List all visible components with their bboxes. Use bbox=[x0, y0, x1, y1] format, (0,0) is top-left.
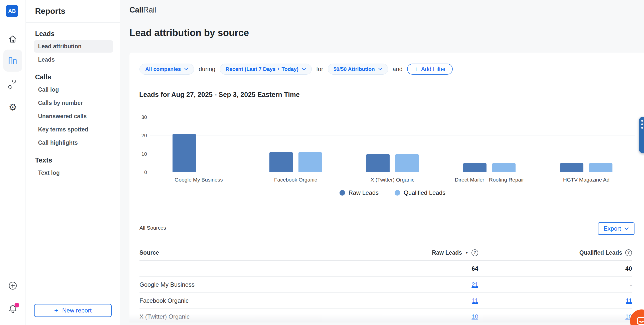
bar-group-facebook-organic bbox=[247, 117, 344, 172]
export-button[interactable]: Export bbox=[598, 222, 634, 235]
chart-title: Leads for Aug 27, 2025 - Sep 3, 2025 Eas… bbox=[139, 91, 300, 99]
chevron-down-icon bbox=[378, 68, 382, 70]
raw-leads-bar bbox=[463, 163, 487, 172]
main-content: CallRail Lead attribution by source All … bbox=[120, 0, 644, 325]
sidebar-item-unanswered-calls[interactable]: Unanswered calls bbox=[34, 110, 113, 122]
x-label-x-twitter-organic: X (Twitter) Organic bbox=[344, 177, 441, 183]
qualified-leads-bar bbox=[492, 163, 516, 172]
bell-icon[interactable] bbox=[0, 304, 26, 315]
notification-dot bbox=[15, 303, 19, 307]
page-title: Lead attribution by source bbox=[129, 28, 249, 38]
sidebar-item-text-log[interactable]: Text log bbox=[34, 167, 113, 179]
icon-rail: AB ⚙ bbox=[0, 0, 26, 325]
column-header-source[interactable]: Source bbox=[139, 249, 378, 256]
sidebar-nav: LeadsLead attributionLeadsCallsCall logC… bbox=[26, 30, 120, 179]
bar-group-direct-mailer-roofing-repair bbox=[441, 117, 538, 172]
raw-leads-bar bbox=[173, 134, 196, 172]
qualified-leads-value: - bbox=[630, 281, 632, 288]
help-icon[interactable]: ? bbox=[625, 249, 632, 256]
date-range-dropdown[interactable]: Recent (Last 7 Days + Today) bbox=[220, 64, 312, 75]
puzzle-integrations-icon[interactable] bbox=[0, 80, 26, 91]
column-header-raw-leads[interactable]: Raw Leads ▼ ? bbox=[432, 249, 478, 256]
raw-leads-bar bbox=[560, 163, 583, 172]
column-header-qualified-leads[interactable]: Qualified Leads ? bbox=[579, 249, 632, 256]
legend-dot-qualified-leads bbox=[395, 190, 400, 196]
report-card: All companies during Recent (Last 7 Days… bbox=[129, 53, 644, 322]
reports-sidebar: Reports LeadsLead attributionLeadsCallsC… bbox=[26, 0, 120, 325]
source-cell: Google My Business bbox=[139, 281, 378, 288]
x-axis-labels: Google My BusinessFacebook OrganicX (Twi… bbox=[150, 177, 635, 183]
raw-leads-cell: 10 bbox=[471, 313, 478, 320]
table-row-x-twitter-organic: X (Twitter) Organic1010 bbox=[139, 309, 632, 322]
bar-group-hgtv-magazine-ad bbox=[538, 117, 635, 172]
raw-leads-bar bbox=[366, 154, 390, 172]
legend-label-qualified-leads: Qualified Leads bbox=[404, 189, 445, 196]
chevron-down-icon bbox=[624, 227, 629, 230]
x-label-hgtv-magazine-ad: HGTV Magazine Ad bbox=[538, 177, 635, 183]
legend-dot-raw-leads bbox=[340, 190, 345, 196]
filter-word-for: for bbox=[316, 66, 323, 73]
callrail-logo: CallRail bbox=[129, 6, 156, 15]
y-axis-ticks: 0102030 bbox=[129, 117, 147, 172]
legend-qualified-leads: Qualified Leads bbox=[395, 189, 445, 196]
feedback-side-tab[interactable] bbox=[639, 117, 644, 153]
table-row-facebook-organic: Facebook Organic1111 bbox=[139, 293, 632, 309]
filter-word-and: and bbox=[393, 66, 403, 73]
filter-bar: All companies during Recent (Last 7 Days… bbox=[139, 64, 453, 75]
raw-leads-value[interactable]: 11 bbox=[472, 297, 478, 304]
raw-leads-cell: 21 bbox=[471, 281, 478, 288]
qualified-leads-bar bbox=[589, 163, 612, 172]
gear-settings-icon[interactable]: ⚙ bbox=[0, 103, 26, 112]
home-icon[interactable] bbox=[0, 35, 26, 44]
raw-leads-value[interactable]: 10 bbox=[471, 313, 478, 320]
totals-qualified-leads: 40 bbox=[625, 265, 632, 272]
qualified-leads-value[interactable]: 11 bbox=[626, 297, 632, 304]
y-tick-0: 0 bbox=[144, 169, 147, 175]
sidebar-item-leads[interactable]: Leads bbox=[34, 54, 113, 66]
add-filter-button[interactable]: + Add Filter bbox=[407, 64, 453, 75]
logo-bold: Call bbox=[129, 6, 143, 14]
sidebar-item-key-terms-spotted[interactable]: Key terms spotted bbox=[34, 123, 113, 136]
sidebar-footer: + New report bbox=[26, 299, 120, 325]
table-body: Google My Business21-Facebook Organic111… bbox=[139, 277, 632, 322]
table-row-google-my-business: Google My Business21- bbox=[139, 277, 632, 293]
sidebar-section-texts: Texts bbox=[35, 156, 110, 164]
legend-raw-leads: Raw Leads bbox=[340, 189, 379, 196]
card-divider bbox=[129, 86, 644, 86]
chevron-down-icon bbox=[302, 68, 306, 70]
x-label-direct-mailer-roofing-repair: Direct Mailer - Roofing Repair bbox=[441, 177, 538, 183]
x-label-google-my-business: Google My Business bbox=[150, 177, 247, 183]
bar-group-x-twitter-organic bbox=[344, 117, 441, 172]
reports-nav-active-tile[interactable] bbox=[3, 50, 22, 72]
logo-light: Rail bbox=[143, 6, 156, 14]
account-avatar[interactable]: AB bbox=[6, 5, 18, 17]
sidebar-item-lead-attribution[interactable]: Lead attribution bbox=[34, 40, 113, 53]
raw-leads-value[interactable]: 21 bbox=[471, 281, 478, 288]
avatar-initials: AB bbox=[8, 8, 16, 14]
sidebar-item-call-highlights[interactable]: Call highlights bbox=[34, 137, 113, 149]
plus-circle-icon[interactable] bbox=[0, 281, 26, 290]
legend-label-raw-leads: Raw Leads bbox=[349, 189, 379, 196]
help-icon[interactable]: ? bbox=[471, 249, 478, 256]
sidebar-footer-divider bbox=[26, 299, 120, 299]
new-report-button[interactable]: + New report bbox=[34, 304, 112, 317]
chart-legend: Raw LeadsQualified Leads bbox=[150, 189, 635, 196]
raw-leads-cell: 11 bbox=[472, 297, 478, 304]
chat-bubble-icon bbox=[636, 315, 644, 325]
qualified-leads-cell: 11 bbox=[626, 297, 632, 304]
sort-desc-icon: ▼ bbox=[465, 251, 468, 255]
company-filter-dropdown[interactable]: All companies bbox=[139, 64, 194, 75]
sidebar-item-call-log[interactable]: Call log bbox=[34, 84, 113, 96]
table-totals-row: 64 40 bbox=[139, 261, 632, 277]
bar-chart-reports-icon bbox=[8, 56, 17, 65]
table-header-row: Source Raw Leads ▼ ? Qualified Leads ? bbox=[139, 245, 632, 261]
attribution-dropdown[interactable]: 50/50 Attribution bbox=[328, 64, 388, 75]
sidebar-section-leads: Leads bbox=[35, 30, 110, 38]
sidebar-item-calls-by-number[interactable]: Calls by number bbox=[34, 97, 113, 109]
source-cell: X (Twitter) Organic bbox=[139, 313, 378, 320]
qualified-leads-cell: - bbox=[630, 281, 632, 288]
sources-table: Source Raw Leads ▼ ? Qualified Leads ? 6… bbox=[139, 245, 632, 322]
y-tick-30: 30 bbox=[141, 114, 147, 120]
app-window: { "app": {"logo_bold": "Call", "logo_lig… bbox=[0, 0, 644, 325]
filter-word-during: during bbox=[199, 66, 215, 73]
